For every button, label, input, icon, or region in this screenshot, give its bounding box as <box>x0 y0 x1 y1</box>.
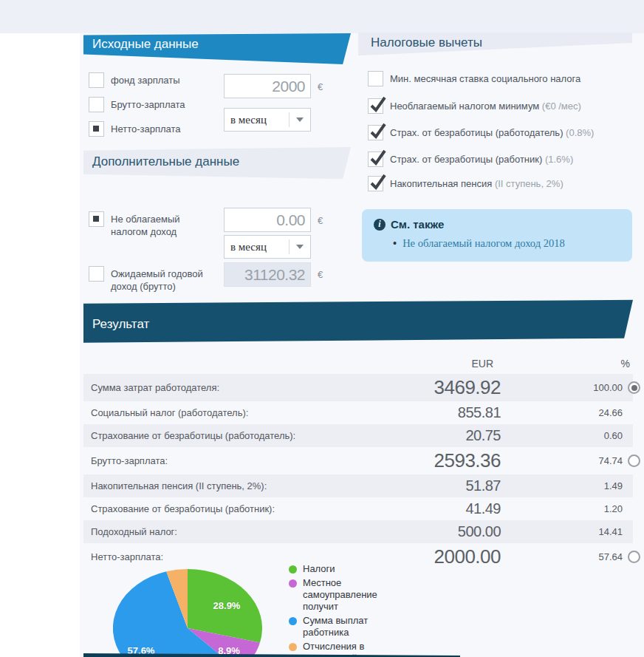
row-label: Страхование от безработицы (работник): <box>83 503 385 514</box>
pie-label-taxes: 28.9% <box>210 600 244 611</box>
result-row-social-tax: Социальный налог (работодатель): 855.81 … <box>83 401 633 424</box>
result-row-funded-pension: Накопительная пенсия (II ступень, 2%): 5… <box>83 474 633 497</box>
row-eur-value: 500.00 <box>385 523 501 540</box>
row-eur-value: 3469.92 <box>385 376 501 399</box>
legend-dot-purple <box>289 579 297 588</box>
checkbox-tax-free-income-checked[interactable] <box>89 211 104 227</box>
row-label: Социальный налог (работодатель): <box>83 407 385 418</box>
radio-employer-total-selected[interactable] <box>628 381 640 394</box>
legend-dot-orange <box>289 643 297 651</box>
result-row-unemployment-employer: Страхование от безработицы (работодатель… <box>83 424 633 447</box>
result-row-employer-total-cost: Сумма затрат работодателя: 3469.92 100.0… <box>83 374 633 401</box>
option-label: Необлагаемый налогом минимум <box>390 101 539 112</box>
check-icon <box>369 149 386 167</box>
column-header-percent: % <box>600 358 630 370</box>
legend-dot-green <box>289 565 297 573</box>
option-suffix: (1.6%) <box>545 154 573 165</box>
checkbox-funded-pension-checked[interactable] <box>368 176 383 191</box>
legend-label: Отчисления в пенсионный фонд <box>303 641 379 657</box>
currency-symbol: € <box>318 215 323 226</box>
see-also-list-item: • Не облагаемый налогом доход 2018 <box>393 237 565 250</box>
chevron-down-icon[interactable] <box>290 118 310 122</box>
legend-item-employee-payout[interactable]: Сумма выплат работника <box>289 615 379 639</box>
option-funded-pension[interactable]: Накопительная пенсия (II ступень, 2%) <box>368 176 564 191</box>
row-pct-value: 24.66 <box>501 407 623 418</box>
radio-gross-salary[interactable] <box>628 455 640 467</box>
amount-input[interactable] <box>224 74 311 98</box>
result-row-gross-salary: Брутто-зарплата: 2593.36 74.74 <box>83 447 633 474</box>
option-gross-salary[interactable]: Брутто-зарплата <box>89 97 185 112</box>
currency-symbol: € <box>318 269 323 280</box>
period-select[interactable]: в месяц <box>224 108 311 132</box>
option-tax-free-income[interactable]: Не облагаемый налогом доход <box>89 211 214 238</box>
option-label: Мин. месячная ставка социального налога <box>390 73 580 84</box>
checkbox-unemployment-employee-checked[interactable] <box>368 152 383 167</box>
option-net-salary[interactable]: Нетто-зарплата <box>89 121 181 137</box>
option-label: Нетто-зарплата <box>111 121 181 135</box>
check-icon <box>369 174 386 191</box>
row-eur-value: 20.75 <box>385 427 501 444</box>
row-pct-value: 100.00 <box>501 382 623 393</box>
period-select-value: в месяц <box>225 241 289 253</box>
legend-dot-blue <box>289 617 297 625</box>
row-label: Накопительная пенсия (II ступень, 2%): <box>83 480 385 491</box>
legend-label: Местное самоуправление получит <box>303 577 379 613</box>
info-icon: i <box>374 219 386 231</box>
section-banner-result: Результат <box>83 299 633 344</box>
radio-net-salary[interactable] <box>628 551 640 563</box>
expected-annual-income-input <box>224 262 311 287</box>
checkbox-net-salary-checked[interactable] <box>89 121 104 137</box>
option-label: Страх. от безработицы (работник) <box>390 154 542 165</box>
option-expected-annual-income[interactable]: Ожидаемый годовой доход (брутто) <box>89 266 218 293</box>
tax-free-income-input[interactable] <box>224 208 311 232</box>
check-icon <box>369 96 386 114</box>
row-pct-value: 1.49 <box>501 480 623 491</box>
see-also-title-row: i См. также <box>374 218 444 231</box>
section-title-source-data: Исходные данные <box>92 37 199 52</box>
row-label: Подоходный налог: <box>83 526 385 537</box>
option-label: Накопительная пенсия <box>390 178 492 189</box>
checkbox-salary-fund[interactable] <box>89 72 104 88</box>
row-label: Нетто-зарплата: <box>83 551 385 562</box>
row-pct-value: 0.60 <box>501 430 623 441</box>
row-pct-value: 74.74 <box>501 455 623 466</box>
legend-item-local-government[interactable]: Местное самоуправление получит <box>289 577 379 613</box>
page-top-strip <box>0 0 644 33</box>
row-eur-value: 51.87 <box>385 477 501 494</box>
chevron-down-icon[interactable] <box>290 245 310 249</box>
section-title-tax-deductions: Налоговые вычеты <box>371 35 482 50</box>
row-eur-value: 855.81 <box>385 404 501 421</box>
option-label: фонд зарплаты <box>111 72 180 86</box>
option-label: Не облагаемый налогом доход <box>111 211 214 238</box>
checkbox-min-social-tax[interactable] <box>368 71 383 86</box>
option-label: Ожидаемый годовой доход (брутто) <box>111 266 218 293</box>
row-pct-value: 14.41 <box>501 526 623 537</box>
row-label: Сумма затрат работодателя: <box>83 382 385 393</box>
period-select-value: в месяц <box>225 114 289 126</box>
option-suffix: (0.8%) <box>566 127 594 138</box>
option-min-social-tax[interactable]: Мин. месячная ставка социального налога <box>368 71 580 86</box>
option-suffix: (II ступень, 2%) <box>495 178 564 189</box>
checkbox-gross-salary[interactable] <box>89 97 104 112</box>
legend-item-pension-fund[interactable]: Отчисления в пенсионный фонд <box>289 641 379 657</box>
row-pct-value: 1.20 <box>501 503 623 514</box>
checkbox-tax-free-minimum-checked[interactable] <box>368 98 383 114</box>
option-unemployment-employer[interactable]: Страх. от безработицы (работодатель) (0.… <box>368 125 594 140</box>
see-also-link[interactable]: Не облагаемый налогом доход 2018 <box>402 237 565 249</box>
row-eur-value: 2593.36 <box>385 449 501 472</box>
result-row-unemployment-employee: Страхование от безработицы (работник): 4… <box>83 497 633 520</box>
period-select-additional[interactable]: в месяц <box>224 235 311 259</box>
checkbox-expected-annual-income[interactable] <box>89 266 104 282</box>
see-also-title: См. также <box>391 218 444 231</box>
option-label: Брутто-зарплата <box>111 97 185 111</box>
section-title-additional-data: Дополнительные данные <box>92 154 239 169</box>
option-tax-free-minimum[interactable]: Необлагаемый налогом минимум (€0 /мес) <box>368 98 581 114</box>
checkbox-unemployment-employer-checked[interactable] <box>368 125 383 140</box>
option-unemployment-employee[interactable]: Страх. от безработицы (работник) (1.6%) <box>368 152 573 167</box>
row-eur-value: 41.49 <box>385 500 501 517</box>
chart-legend: Налоги Местное самоуправление получит Су… <box>289 563 379 657</box>
legend-item-taxes[interactable]: Налоги <box>289 563 379 575</box>
option-label: Страх. от безработицы (работодатель) <box>390 127 563 138</box>
option-salary-fund[interactable]: фонд зарплаты <box>89 72 180 88</box>
currency-symbol: € <box>318 81 323 92</box>
